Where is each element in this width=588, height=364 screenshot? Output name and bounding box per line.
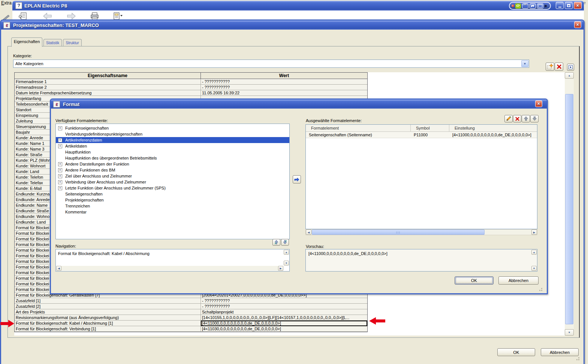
- table-row[interactable]: Revisionsmarkierungsformat (aus Änderung…: [15, 315, 367, 321]
- delete-button[interactable]: [555, 63, 563, 71]
- tree-item[interactable]: +Andere Darstellungen der Funktion: [56, 161, 289, 167]
- column-header-formatelement[interactable]: Formatelement: [306, 125, 411, 131]
- property-value-cell: - ???????????: [201, 79, 367, 85]
- move-up-button[interactable]: [522, 115, 530, 122]
- column-header-eigenschaftsname[interactable]: Eigenschaftsname: [15, 73, 201, 79]
- plus-box-icon[interactable]: +: [58, 174, 62, 178]
- tree-item[interactable]: +Seiteneigenschaften: [56, 191, 289, 197]
- tree-item[interactable]: +Verbindung über Anschluss und Zielnumme…: [56, 179, 289, 185]
- nvidia-display-button[interactable]: ▔: [522, 3, 528, 9]
- tree-item[interactable]: +Projekteigenschaften: [56, 197, 289, 203]
- category-combobox[interactable]: Alle Kategorien ▼: [13, 60, 529, 68]
- plus-box-icon[interactable]: +: [58, 162, 62, 166]
- tree-item[interactable]: +Kommentar: [56, 209, 289, 215]
- plus-box-icon[interactable]: +: [58, 186, 62, 190]
- plus-box-icon[interactable]: +: [58, 144, 62, 148]
- scroll-left-icon[interactable]: ◀: [56, 266, 61, 271]
- navigation-next-button[interactable]: [281, 239, 289, 246]
- remove-button[interactable]: [513, 115, 521, 122]
- tree-item[interactable]: +Verbindungsdefinitionspunkteigenschafte…: [56, 131, 289, 137]
- navigation-previous-button[interactable]: [272, 239, 280, 246]
- expand-panel-button[interactable]: [567, 64, 574, 71]
- scroll-down-icon[interactable]: ▼: [284, 261, 289, 266]
- maximize-button[interactable]: [565, 2, 573, 9]
- table-row[interactable]: Format für Blockeigenschaft: Verbindung …: [15, 326, 367, 332]
- chevron-down-icon[interactable]: ▼: [521, 60, 528, 67]
- nvidia-fullscreen-button[interactable]: [537, 3, 543, 9]
- tab-statistik[interactable]: Statistik: [43, 39, 62, 46]
- table-row[interactable]: Datum letzte Fremdsprachenübersetzung11.…: [15, 90, 367, 96]
- scroll-up-icon[interactable]: ▲: [565, 72, 574, 79]
- scroll-down-icon[interactable]: ▼: [565, 329, 574, 336]
- table-row[interactable]: Firmenadresse 2- ???????????: [15, 85, 367, 90]
- scroll-right-icon[interactable]: ▶: [278, 266, 283, 271]
- scrollbar-thumb[interactable]: [312, 230, 485, 235]
- tree-item[interactable]: +Hauptfunktion des übergeordneten Betrie…: [56, 155, 289, 161]
- plus-box-icon[interactable]: +: [58, 126, 62, 130]
- horizontal-scrollbar[interactable]: ◀ ▶: [56, 266, 283, 271]
- format-ok-button[interactable]: OK: [455, 276, 494, 285]
- transfer-button[interactable]: [293, 175, 301, 183]
- format-dialog-close-button[interactable]: ×: [535, 100, 542, 107]
- arrow-down-tick-icon: [283, 240, 287, 245]
- plus-box-icon[interactable]: +: [58, 180, 62, 184]
- resize-grip[interactable]: [575, 356, 580, 361]
- tree-item[interactable]: +Letzte Funktion über Anschluss und Ziel…: [56, 185, 289, 191]
- table-row[interactable]: Zusatzfeld [2]- ???????????: [15, 304, 367, 309]
- tree-item[interactable]: +Trennzeichen: [56, 203, 289, 209]
- project-dialog-close-button[interactable]: ×: [574, 21, 581, 28]
- move-down-button[interactable]: [530, 115, 539, 122]
- column-header-einstellung[interactable]: Einstellung: [449, 125, 537, 131]
- tree-item-label: Seiteneigenschaften: [65, 192, 103, 196]
- tree-item-label: Verbindungsdefinitionspunkteigenschaften: [65, 132, 142, 136]
- vertical-scrollbar[interactable]: ▲ ▼: [565, 72, 574, 336]
- minimize-button[interactable]: [556, 2, 564, 9]
- tree-item[interactable]: +Hauptfunktion: [56, 149, 289, 155]
- tree-item[interactable]: +Funktionseigenschaften: [56, 125, 289, 131]
- table-row[interactable]: Art des ProjektsSchaltplanprojekt: [15, 309, 367, 315]
- column-header-symbol[interactable]: Symbol: [411, 125, 449, 131]
- navigation-box[interactable]: Format für Blockeigenschaft: Kabel / Abs…: [55, 249, 290, 272]
- selected-element-row[interactable]: Seiteneigenschaften (Seitenname)P11000[4…: [306, 132, 537, 138]
- scroll-right-icon[interactable]: ▶: [531, 230, 537, 235]
- table-row[interactable]: Zusatzfeld [1]- ???????????: [15, 298, 367, 304]
- scroll-left-icon[interactable]: ◀: [306, 230, 311, 235]
- scrollbar-thumb[interactable]: [565, 94, 573, 324]
- table-row[interactable]: Format für Blockeigenschaft: Kabel / Abs…: [15, 321, 367, 326]
- cancel-button[interactable]: Abbrechen: [541, 348, 579, 356]
- preview-box[interactable]: [4<11000,0,0,0,0,0,0,0,0,de_DE,0,0,0,0,0…: [305, 249, 537, 272]
- column-header-wert[interactable]: Wert: [201, 73, 367, 79]
- ok-button[interactable]: OK: [497, 348, 535, 356]
- forward-icon[interactable]: [67, 13, 76, 20]
- available-elements-tree: +Funktionseigenschaften+Verbindungsdefin…: [55, 124, 290, 239]
- plus-box-icon[interactable]: +: [58, 168, 62, 172]
- back-icon[interactable]: [43, 13, 52, 20]
- scroll-up-icon[interactable]: ▲: [531, 250, 537, 255]
- tab-struktur[interactable]: Struktur: [63, 39, 82, 46]
- tree-item[interactable]: +Artikelreferenzdaten: [56, 137, 289, 143]
- edit-button[interactable]: [504, 115, 513, 122]
- preview-text: [4<11000,0,0,0,0,0,0,0,0,de_DE,0,0,0,0,0…: [308, 251, 388, 256]
- tree-item[interactable]: +Ziel über Anschluss und Zielnummer: [56, 173, 289, 179]
- navigation-label: Navigation:: [55, 244, 76, 248]
- annotation-arrow-right: [369, 317, 385, 326]
- property-name-cell: Firmenadresse 2: [15, 85, 201, 90]
- nvidia-tray-widget[interactable]: ▔: [509, 2, 551, 10]
- property-name-cell: Zusatzfeld [1]: [15, 298, 201, 304]
- selected-rows: Seiteneigenschaften (Seitenname)P11000[4…: [306, 132, 537, 138]
- resize-grip[interactable]: [538, 287, 543, 291]
- scroll-up-icon[interactable]: ▲: [284, 250, 289, 255]
- selected-horizontal-scrollbar[interactable]: ◀ ▶: [305, 229, 537, 235]
- tab-eigenschaften[interactable]: Eigenschaften: [11, 37, 42, 47]
- scroll-down-icon[interactable]: ▼: [531, 266, 537, 271]
- close-button[interactable]: ×: [574, 2, 582, 9]
- tree-item-label: Hauptfunktion: [65, 150, 91, 154]
- new-button[interactable]: [546, 63, 554, 71]
- tree-item[interactable]: +Andere Funktionen des BM: [56, 167, 289, 173]
- nvidia-send-button[interactable]: [530, 3, 536, 9]
- plus-box-icon[interactable]: +: [58, 138, 62, 142]
- background-menu-extra[interactable]: Extra: [1, 0, 12, 6]
- table-row[interactable]: Firmenadresse 1- ???????????: [15, 79, 367, 85]
- tree-item[interactable]: +Artikeldaten: [56, 143, 289, 149]
- format-cancel-button[interactable]: Abbrechen: [498, 276, 539, 285]
